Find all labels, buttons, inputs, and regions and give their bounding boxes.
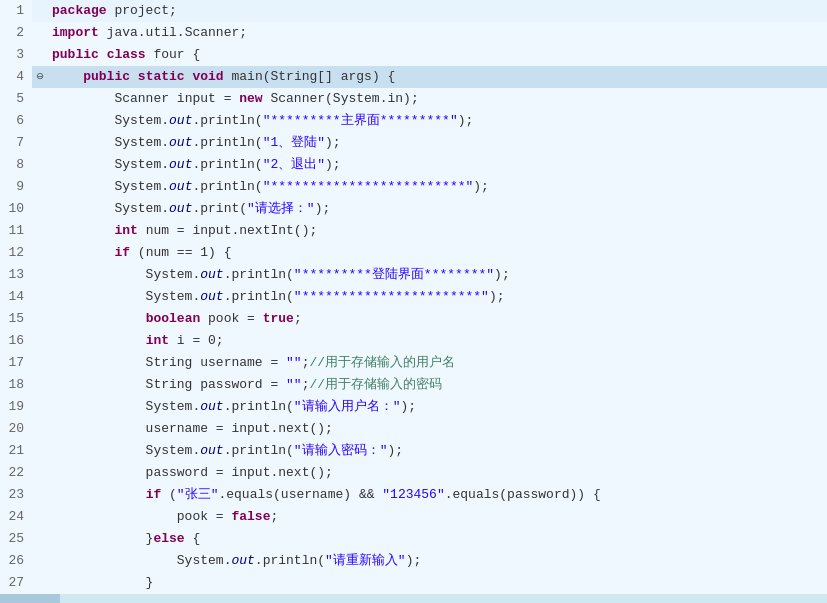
code-content[interactable]: System.out.println("********************… xyxy=(48,286,827,308)
code-token: ( xyxy=(161,487,177,502)
code-token: ); xyxy=(325,157,341,172)
code-token: System. xyxy=(52,553,231,568)
table-row: 22 password = input.next(); xyxy=(0,462,827,484)
code-token: System. xyxy=(52,157,169,172)
line-number: 18 xyxy=(0,374,32,396)
code-content[interactable]: username = input.next(); xyxy=(48,418,827,440)
code-token: "*********主界面*********" xyxy=(263,113,458,128)
code-content[interactable]: int num = input.nextInt(); xyxy=(48,220,827,242)
fold-arrow xyxy=(32,308,48,330)
code-content[interactable]: System.out.println("*********主界面********… xyxy=(48,110,827,132)
code-token: boolean xyxy=(146,311,201,326)
code-content[interactable]: String password = "";//用于存储输入的密码 xyxy=(48,374,827,396)
code-token xyxy=(130,69,138,84)
code-token: "请输入密码：" xyxy=(294,443,388,458)
table-row: 25 }else { xyxy=(0,528,827,550)
code-token: .println( xyxy=(224,267,294,282)
line-number: 6 xyxy=(0,110,32,132)
scrollbar-thumb[interactable] xyxy=(0,594,60,603)
table-row: 5 Scanner input = new Scanner(System.in)… xyxy=(0,88,827,110)
table-row: 13 System.out.println("*********登陆界面****… xyxy=(0,264,827,286)
line-number: 9 xyxy=(0,176,32,198)
table-row: 21 System.out.println("请输入密码："); xyxy=(0,440,827,462)
code-content[interactable]: System.out.println("1、登陆"); xyxy=(48,132,827,154)
code-content[interactable]: import java.util.Scanner; xyxy=(48,22,827,44)
table-row: 19 System.out.println("请输入用户名："); xyxy=(0,396,827,418)
code-token: int xyxy=(114,223,137,238)
code-content[interactable]: System.out.println("2、退出"); xyxy=(48,154,827,176)
code-content[interactable]: boolean pook = true; xyxy=(48,308,827,330)
line-number: 25 xyxy=(0,528,32,550)
code-token: false xyxy=(231,509,270,524)
fold-arrow xyxy=(32,484,48,506)
code-token: "*************************" xyxy=(263,179,474,194)
code-content[interactable]: pook = false; xyxy=(48,506,827,528)
code-token: new xyxy=(239,91,262,106)
code-token: = xyxy=(216,91,239,106)
code-token: .equals(username) && xyxy=(218,487,382,502)
code-content[interactable]: if (num == 1) { xyxy=(48,242,827,264)
table-row: 27 } xyxy=(0,572,827,594)
code-content[interactable]: System.out.print("请选择："); xyxy=(48,198,827,220)
code-content[interactable]: Scanner input = new Scanner(System.in); xyxy=(48,88,827,110)
code-content[interactable]: System.out.println("请重新输入"); xyxy=(48,550,827,572)
table-row: 9 System.out.println("******************… xyxy=(0,176,827,198)
fold-arrow xyxy=(32,462,48,484)
code-content[interactable]: System.out.println("请输入密码："); xyxy=(48,440,827,462)
code-token: "" xyxy=(286,355,302,370)
code-token: if xyxy=(146,487,162,502)
table-row: 8 System.out.println("2、退出"); xyxy=(0,154,827,176)
table-row: 14 System.out.println("*****************… xyxy=(0,286,827,308)
code-token: Scanner xyxy=(52,91,177,106)
code-token xyxy=(52,333,146,348)
line-number: 14 xyxy=(0,286,32,308)
table-row: 20 username = input.next(); xyxy=(0,418,827,440)
code-content[interactable]: int i = 0; xyxy=(48,330,827,352)
code-token: } xyxy=(52,531,153,546)
code-token: package xyxy=(52,3,107,18)
fold-arrow xyxy=(32,374,48,396)
code-content[interactable]: System.out.println("*********登陆界面*******… xyxy=(48,264,827,286)
fold-arrow xyxy=(32,506,48,528)
code-content[interactable]: public class four { xyxy=(48,44,827,66)
code-token xyxy=(52,311,146,326)
code-token: input xyxy=(177,91,216,106)
code-token: project; xyxy=(107,3,177,18)
code-token: pook = xyxy=(200,311,262,326)
code-table: 1package project;2import java.util.Scann… xyxy=(0,0,827,594)
code-token: "" xyxy=(286,377,302,392)
code-token: out xyxy=(169,157,192,172)
code-token: .println( xyxy=(224,289,294,304)
code-content[interactable]: package project; xyxy=(48,0,827,22)
code-content[interactable]: System.out.println("请输入用户名："); xyxy=(48,396,827,418)
code-content[interactable]: password = input.next(); xyxy=(48,462,827,484)
table-row: 17 String username = "";//用于存储输入的用户名 xyxy=(0,352,827,374)
line-number: 16 xyxy=(0,330,32,352)
code-content[interactable]: }else { xyxy=(48,528,827,550)
code-token: username = input.next(); xyxy=(52,421,333,436)
code-content[interactable]: if ("张三".equals(username) && "123456".eq… xyxy=(48,484,827,506)
code-content[interactable]: } xyxy=(48,572,827,594)
fold-arrow xyxy=(32,220,48,242)
code-token: ); xyxy=(473,179,489,194)
code-token: System. xyxy=(52,135,169,150)
code-token: pook = xyxy=(52,509,231,524)
code-token: out xyxy=(169,113,192,128)
code-token: System. xyxy=(52,179,169,194)
code-content[interactable]: public static void main(String[] args) { xyxy=(48,66,827,88)
fold-arrow[interactable]: ⊖ xyxy=(32,66,48,88)
code-content[interactable]: System.out.println("********************… xyxy=(48,176,827,198)
code-token: out xyxy=(200,267,223,282)
table-row: 7 System.out.println("1、登陆"); xyxy=(0,132,827,154)
line-number: 5 xyxy=(0,88,32,110)
horizontal-scrollbar[interactable] xyxy=(0,594,827,603)
code-token: .println( xyxy=(192,113,262,128)
code-token: ; xyxy=(270,509,278,524)
line-number: 23 xyxy=(0,484,32,506)
code-token: .print( xyxy=(192,201,247,216)
code-token: num = input.nextInt(); xyxy=(138,223,317,238)
line-number: 1 xyxy=(0,0,32,22)
code-token: Scanner(System.in); xyxy=(263,91,419,106)
code-token: else xyxy=(153,531,184,546)
code-content[interactable]: String username = "";//用于存储输入的用户名 xyxy=(48,352,827,374)
